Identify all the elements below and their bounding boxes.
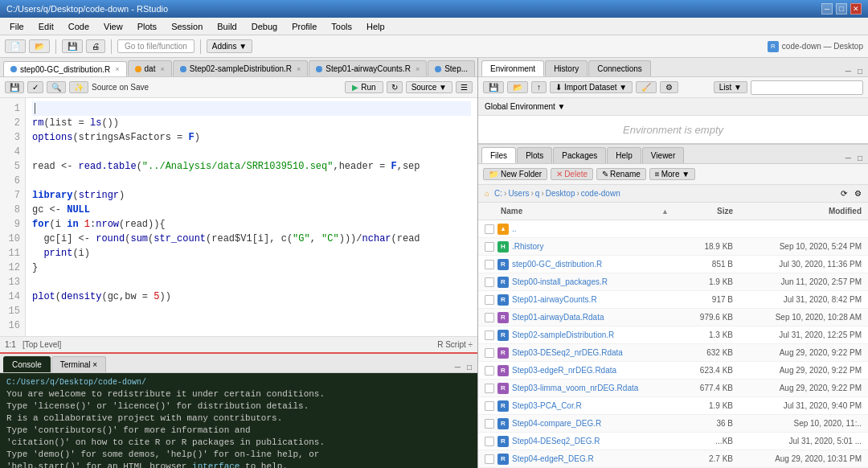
new-file-button[interactable]: 📄: [5, 39, 26, 53]
env-search-input[interactable]: [751, 80, 863, 95]
tab-terminal[interactable]: Terminal ×: [51, 356, 106, 372]
tab-step00[interactable]: step00-GC_distribution.R ×: [3, 61, 127, 77]
file-checkbox[interactable]: [485, 242, 494, 252]
code-content[interactable]: │rm(list = ls())options(stringsAsFactors…: [26, 98, 477, 336]
file-checkbox[interactable]: [485, 224, 494, 234]
menu-profile[interactable]: Profile: [285, 20, 323, 33]
save-button[interactable]: 💾: [62, 39, 83, 53]
tab-step00-close[interactable]: ×: [115, 65, 119, 73]
tab-step02[interactable]: Step02-sampleDistribution.R ×: [173, 60, 309, 76]
breadcrumb-q[interactable]: q: [535, 189, 540, 198]
tab-dat-close[interactable]: ×: [160, 65, 164, 73]
run-button[interactable]: ▶ Run: [345, 81, 383, 93]
re-run-button[interactable]: ↻: [387, 81, 403, 93]
menu-build[interactable]: Build: [211, 20, 243, 33]
file-checkbox[interactable]: [485, 384, 494, 393]
import-dataset-button[interactable]: ⬇ Import Dataset ▼: [550, 81, 633, 93]
console-maximize[interactable]: □: [465, 362, 474, 372]
breadcrumb-code-down[interactable]: code-down: [581, 189, 620, 198]
more-button[interactable]: ≡ More ▼: [649, 168, 695, 180]
breadcrumb-users[interactable]: Users: [508, 189, 529, 198]
env-minimize[interactable]: ─: [843, 66, 854, 76]
tab-viewer[interactable]: Viewer: [642, 147, 684, 163]
file-checkbox[interactable]: [485, 401, 494, 411]
open-file-button[interactable]: 📂: [29, 39, 50, 53]
global-env-dropdown[interactable]: Global Environment ▼: [485, 102, 566, 111]
tab-environment[interactable]: Environment: [481, 60, 544, 76]
sync-icon[interactable]: ⟳: [838, 188, 850, 199]
tab-help[interactable]: Help: [607, 147, 641, 163]
env-maximize[interactable]: □: [855, 66, 865, 76]
editor-settings[interactable]: ☰: [456, 81, 473, 93]
tab-plots[interactable]: Plots: [517, 147, 552, 163]
file-checkbox[interactable]: [485, 454, 494, 464]
file-name[interactable]: Step03-DESeq2_nrDEG.Rdata: [512, 348, 669, 357]
header-name[interactable]: Name: [501, 207, 660, 216]
tab-packages[interactable]: Packages: [553, 147, 606, 163]
breadcrumb-c[interactable]: C:: [494, 189, 502, 198]
file-name[interactable]: Step03-PCA_Cor.R: [512, 401, 669, 410]
close-button[interactable]: ✕: [850, 3, 862, 14]
file-name[interactable]: Step01-airwayCounts.R: [512, 295, 669, 304]
file-name[interactable]: Step02-sampleDistribution.R: [512, 330, 669, 339]
upload-env-button[interactable]: ↑: [531, 81, 547, 93]
console-content[interactable]: C:/Users/q/Desktop/code-down/ You are we…: [0, 373, 477, 468]
env-options-button[interactable]: ⚙: [660, 81, 678, 93]
file-name[interactable]: Step04-DESeq2_DEG.R: [512, 437, 669, 445]
magic-button[interactable]: ✨: [69, 81, 88, 93]
file-checkbox[interactable]: [485, 277, 494, 287]
menu-session[interactable]: Session: [165, 20, 209, 33]
file-name[interactable]: Step01-airwayData.Rdata: [512, 313, 669, 322]
tab-scroll-left[interactable]: ◀: [476, 66, 477, 76]
tab-step02-close[interactable]: ×: [297, 65, 301, 73]
files-maximize[interactable]: □: [855, 153, 865, 163]
file-checkbox[interactable]: [485, 313, 494, 322]
tab-console[interactable]: Console: [3, 356, 51, 372]
file-name[interactable]: Step04-compare_DEG.R: [512, 419, 669, 428]
minimize-button[interactable]: ─: [821, 3, 833, 14]
files-minimize[interactable]: ─: [843, 153, 854, 163]
file-checkbox[interactable]: [485, 260, 494, 269]
check-button[interactable]: ✓: [27, 81, 43, 93]
tab-step01-close[interactable]: ×: [416, 65, 420, 73]
file-name[interactable]: Step00-install_packages.R: [512, 277, 669, 286]
code-editor[interactable]: 12345 678910 1112131415 16 │rm(list = ls…: [0, 98, 477, 336]
find-button[interactable]: 🔍: [47, 81, 66, 93]
file-checkbox[interactable]: [485, 366, 494, 376]
go-to-file-input[interactable]: Go to file/function: [117, 39, 194, 53]
menu-debug[interactable]: Debug: [245, 20, 284, 33]
tab-history[interactable]: History: [545, 60, 588, 76]
file-name[interactable]: Step03-limma_voom_nrDEG.Rdata: [512, 384, 669, 392]
menu-plots[interactable]: Plots: [131, 20, 163, 33]
print-button[interactable]: 🖨: [86, 39, 105, 53]
file-checkbox[interactable]: [485, 419, 494, 429]
tab-connections[interactable]: Connections: [588, 60, 651, 76]
menu-edit[interactable]: Edit: [32, 20, 60, 33]
save-doc-button[interactable]: 💾: [5, 81, 24, 93]
menu-code[interactable]: Code: [62, 20, 96, 33]
window-controls[interactable]: ─ □ ✕: [821, 3, 862, 14]
delete-button[interactable]: ✕ Delete: [551, 168, 593, 180]
menu-file[interactable]: File: [3, 20, 31, 33]
rename-button[interactable]: ✎ Rename: [596, 168, 646, 180]
list-button[interactable]: List ▼: [714, 81, 747, 93]
save-env-button[interactable]: 💾: [483, 81, 504, 93]
header-modified[interactable]: Modified: [733, 207, 862, 216]
clear-env-button[interactable]: 🧹: [636, 81, 657, 93]
tab-step01[interactable]: Step01-airwayCounts.R ×: [309, 60, 427, 76]
tab-step-more[interactable]: Step...: [428, 60, 475, 76]
menu-help[interactable]: Help: [360, 20, 391, 33]
file-checkbox[interactable]: [485, 348, 494, 358]
menu-view[interactable]: View: [97, 20, 129, 33]
file-name[interactable]: Step03-edgeR_nrDEG.Rdata: [512, 366, 669, 375]
header-size[interactable]: Size: [669, 207, 733, 216]
files-gear-icon[interactable]: ⚙: [854, 189, 862, 198]
file-checkbox[interactable]: [485, 330, 494, 340]
file-name[interactable]: ..: [512, 224, 669, 233]
addins-button[interactable]: Addins ▼: [207, 39, 252, 53]
tab-dat[interactable]: dat ×: [128, 60, 172, 76]
source-button[interactable]: Source ▼: [406, 81, 452, 93]
file-checkbox[interactable]: [485, 437, 494, 446]
breadcrumb-desktop[interactable]: Desktop: [546, 189, 575, 198]
menu-tools[interactable]: Tools: [325, 20, 358, 33]
